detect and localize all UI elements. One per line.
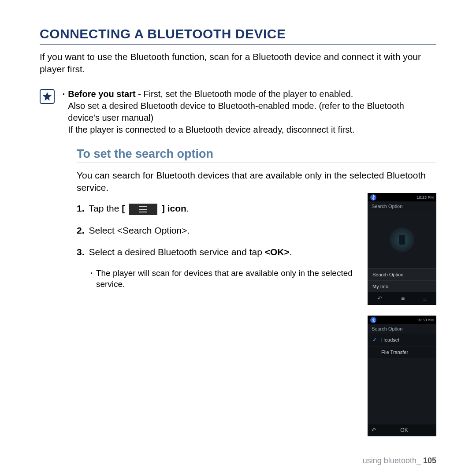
star-icon	[40, 89, 55, 104]
sub-note-text: The player will scan for devices that ar…	[96, 268, 355, 290]
phone2-bottom-bar: ↶ OK	[368, 424, 436, 436]
step-list: 1. Tap the [ ] icon. 2. Select <Search O…	[77, 202, 350, 258]
note-line3: If the player is connected to a Bluetoot…	[68, 125, 354, 134]
bluetooth-icon	[370, 317, 376, 323]
step2-text: Select <Search Option>.	[89, 225, 190, 235]
step1-bracket-close: ] icon	[159, 203, 186, 213]
back-icon[interactable]: ↶	[377, 295, 383, 302]
svg-rect-1	[139, 206, 147, 207]
step3-ok: <OK>	[265, 247, 290, 257]
phone2-item2-label: File Transfer	[381, 350, 408, 355]
note-body: ▪ Before you start - First, set the Blue…	[63, 88, 436, 136]
phone2-body-spacer	[368, 358, 436, 424]
step1-bracket-open: [	[122, 203, 127, 213]
step3-text-a: Select a desired Bluetooth service and t…	[89, 247, 265, 257]
phone1-header: Search Option	[368, 201, 436, 211]
back-icon[interactable]: ↶	[372, 427, 376, 433]
step-3: 3. Select a desired Bluetooth service an…	[77, 245, 350, 258]
step-2: 2. Select <Search Option>.	[77, 224, 350, 237]
svg-rect-3	[139, 212, 147, 212]
page-title: CONNECTING A BLUETOOTH DEVICE	[40, 26, 436, 45]
step-number: 2.	[77, 224, 85, 237]
ok-button[interactable]: OK	[376, 427, 432, 433]
phone1-graphic	[390, 227, 414, 252]
phone2-list-item[interactable]: File Transfer	[368, 346, 436, 358]
phone1-nav: ↶ ≡ ⌕	[368, 292, 436, 305]
note-line2: Also set a desired Bluetooth device to B…	[68, 101, 404, 123]
step1-period: .	[186, 203, 189, 213]
step1-text-a: Tap the	[89, 203, 122, 213]
phone2-list-item[interactable]: ✓ Headset	[368, 334, 436, 346]
step-number: 1.	[77, 202, 85, 215]
sub-intro: You can search for Bluetooth devices tha…	[77, 169, 429, 194]
phone2-time: 10:50 AM	[417, 318, 434, 322]
subheading: To set the search option	[77, 147, 436, 163]
note-lead-rest: First, set the Bluetooth mode of the pla…	[143, 89, 353, 99]
phone1-status-bar: 10:23 PM	[368, 193, 436, 201]
phone2-header: Search Option	[368, 324, 436, 334]
step3-period: .	[290, 247, 292, 257]
phone2-status-bar: 10:50 AM	[368, 316, 436, 324]
svg-rect-2	[139, 209, 147, 210]
svg-marker-0	[43, 92, 52, 100]
phone1-menu-item[interactable]: Search Option	[368, 269, 436, 280]
phone1-time: 10:23 PM	[416, 195, 434, 200]
phone-mockup-1: 10:23 PM Search Option Search Option My …	[368, 193, 436, 305]
check-icon: ✓	[372, 337, 378, 343]
footer-label: using bluetooth_	[363, 456, 421, 465]
step-number: 3.	[77, 245, 85, 258]
step-1: 1. Tap the [ ] icon.	[77, 202, 350, 215]
phone1-body	[368, 211, 436, 268]
step-sub-note: ▪ The player will scan for devices that …	[91, 268, 355, 290]
phone-mockup-2: 10:50 AM Search Option ✓ Headset File Tr…	[368, 316, 436, 436]
footer-page-number: 105	[423, 456, 436, 465]
intro-text: If you want to use the Bluetooth functio…	[40, 51, 436, 76]
search-icon[interactable]: ⌕	[423, 295, 427, 302]
menu-icon[interactable]: ≡	[401, 295, 405, 302]
phone1-menu-item[interactable]: My Info	[368, 280, 436, 292]
page-footer: using bluetooth_ 105	[363, 456, 436, 465]
note-block: ▪ Before you start - First, set the Blue…	[40, 88, 436, 136]
bluetooth-icon	[370, 194, 376, 201]
menu-icon	[129, 204, 157, 215]
phone1-menu: Search Option My Info	[368, 268, 436, 292]
phone2-item1-label: Headset	[381, 337, 399, 342]
note-lead-bold: Before you start -	[68, 89, 143, 99]
